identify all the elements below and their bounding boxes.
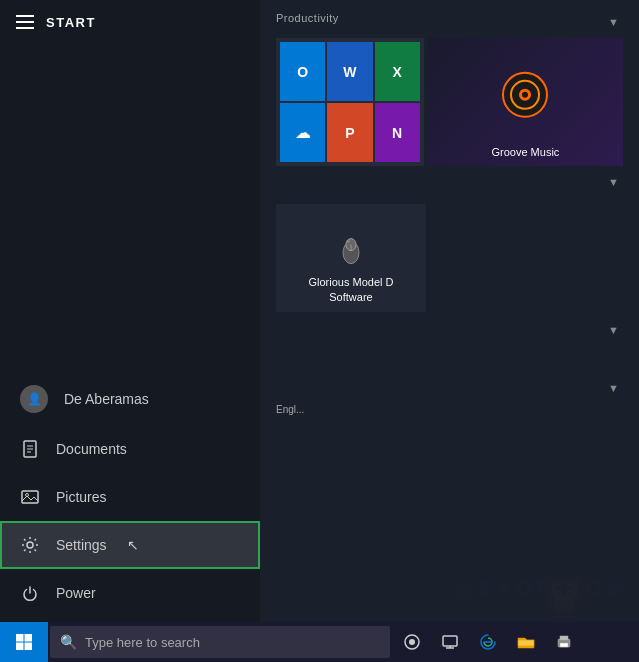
task-view-button[interactable]: [394, 622, 430, 662]
edge-button[interactable]: [470, 622, 506, 662]
onenote-tile[interactable]: N: [375, 103, 420, 162]
start-label: START: [46, 15, 96, 30]
productivity-collapse[interactable]: ▼: [604, 14, 623, 30]
taskbar-icons: [394, 622, 582, 662]
sidebar-item-documents[interactable]: Documents: [0, 425, 260, 473]
powerpoint-tile[interactable]: P: [327, 103, 372, 162]
power-label: Power: [56, 585, 96, 601]
onedrive-tile[interactable]: ☁: [280, 103, 325, 162]
productivity-section-header: Productivity ▼: [276, 12, 623, 32]
groove-music-tile[interactable]: Groove Music: [428, 38, 623, 166]
excel-tile[interactable]: X: [375, 42, 420, 101]
section4-collapse[interactable]: ▼: [604, 380, 623, 396]
language-label[interactable]: Engl...: [276, 400, 623, 419]
svg-rect-15: [16, 634, 24, 642]
file-explorer-button[interactable]: [508, 622, 544, 662]
glorious-tile[interactable]: Glorious Model DSoftware: [276, 204, 426, 312]
svg-rect-18: [25, 643, 33, 651]
sidebar-item-pictures[interactable]: Pictures: [0, 473, 260, 521]
svg-rect-27: [560, 643, 568, 647]
start-button[interactable]: [0, 622, 48, 662]
search-icon: 🔍: [60, 634, 77, 650]
store-button[interactable]: [432, 622, 468, 662]
avatar: 👤: [20, 385, 48, 413]
search-placeholder: Type here to search: [85, 635, 200, 650]
search-box[interactable]: 🔍 Type here to search: [50, 626, 390, 658]
svg-point-10: [522, 92, 528, 98]
document-icon: [20, 439, 40, 459]
svg-rect-26: [560, 636, 568, 640]
user-item[interactable]: 👤 De Aberamas: [0, 373, 260, 425]
sidebar: START 👤 De Aberamas: [0, 0, 260, 625]
groove-icon: [501, 71, 549, 119]
pictures-icon: [20, 487, 40, 507]
documents-label: Documents: [56, 441, 127, 457]
snip-button[interactable]: [546, 622, 582, 662]
productivity-tile-group[interactable]: O W X ☁ P N: [276, 38, 424, 166]
sidebar-item-settings[interactable]: Settings ↖: [0, 521, 260, 569]
productivity-tiles-row: O W X ☁ P N: [276, 38, 623, 166]
groove-label: Groove Music: [491, 146, 559, 158]
cursor-arrow: ↖: [127, 537, 139, 553]
svg-rect-21: [443, 636, 457, 646]
outlook-tile[interactable]: O: [280, 42, 325, 101]
glorious-icon: [335, 235, 367, 274]
hamburger-icon[interactable]: [16, 15, 34, 29]
windows-logo: [15, 633, 33, 651]
user-name: De Aberamas: [64, 391, 149, 407]
glorious-label: Glorious Model DSoftware: [309, 275, 394, 304]
avatar-icon: 👤: [27, 392, 42, 406]
settings-icon: [20, 535, 40, 555]
svg-point-20: [409, 639, 415, 645]
word-tile[interactable]: W: [327, 42, 372, 101]
section2-collapse[interactable]: ▼: [604, 174, 623, 190]
tiles-area: Productivity ▼ O W X ☁: [260, 0, 639, 625]
svg-rect-4: [22, 491, 38, 503]
power-icon: [20, 583, 40, 603]
svg-rect-24: [518, 640, 534, 646]
svg-rect-14: [346, 241, 350, 243]
pictures-label: Pictures: [56, 489, 107, 505]
section3-collapse[interactable]: ▼: [604, 322, 623, 338]
glorious-section: Glorious Model DSoftware: [276, 196, 623, 312]
glorious-tiles-row: Glorious Model DSoftware: [276, 196, 623, 312]
sidebar-header: START: [0, 0, 260, 44]
start-menu: START 👤 De Aberamas: [0, 0, 639, 625]
sidebar-nav: 👤 De Aberamas Documents: [0, 373, 260, 625]
svg-rect-17: [16, 643, 24, 651]
productivity-label: Productivity: [276, 12, 339, 24]
settings-label: Settings: [56, 537, 107, 553]
taskbar: 🔍 Type here to search: [0, 622, 639, 662]
svg-point-6: [27, 542, 33, 548]
svg-rect-16: [25, 634, 33, 642]
sidebar-item-power[interactable]: Power: [0, 569, 260, 617]
